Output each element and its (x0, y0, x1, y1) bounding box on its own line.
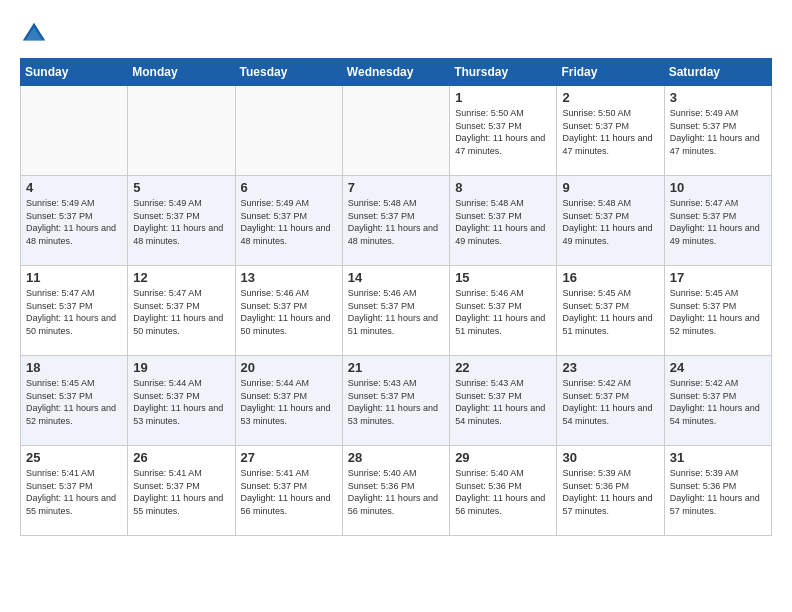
day-number: 12 (133, 270, 229, 285)
day-number: 17 (670, 270, 766, 285)
logo (20, 20, 52, 48)
calendar-header-row: SundayMondayTuesdayWednesdayThursdayFrid… (21, 59, 772, 86)
day-number: 6 (241, 180, 337, 195)
day-info: Sunrise: 5:49 AMSunset: 5:37 PMDaylight:… (241, 197, 337, 247)
calendar-week-5: 25 Sunrise: 5:41 AMSunset: 5:37 PMDaylig… (21, 446, 772, 536)
calendar-table: SundayMondayTuesdayWednesdayThursdayFrid… (20, 58, 772, 536)
calendar-cell (342, 86, 449, 176)
day-number: 2 (562, 90, 658, 105)
day-info: Sunrise: 5:45 AMSunset: 5:37 PMDaylight:… (670, 287, 766, 337)
day-number: 11 (26, 270, 122, 285)
day-info: Sunrise: 5:47 AMSunset: 5:37 PMDaylight:… (133, 287, 229, 337)
day-number: 16 (562, 270, 658, 285)
day-info: Sunrise: 5:45 AMSunset: 5:37 PMDaylight:… (562, 287, 658, 337)
calendar-cell: 30 Sunrise: 5:39 AMSunset: 5:36 PMDaylig… (557, 446, 664, 536)
calendar-cell: 16 Sunrise: 5:45 AMSunset: 5:37 PMDaylig… (557, 266, 664, 356)
day-number: 19 (133, 360, 229, 375)
day-number: 5 (133, 180, 229, 195)
day-number: 20 (241, 360, 337, 375)
calendar-body: 1 Sunrise: 5:50 AMSunset: 5:37 PMDayligh… (21, 86, 772, 536)
calendar-cell: 23 Sunrise: 5:42 AMSunset: 5:37 PMDaylig… (557, 356, 664, 446)
calendar-cell: 4 Sunrise: 5:49 AMSunset: 5:37 PMDayligh… (21, 176, 128, 266)
calendar-cell (128, 86, 235, 176)
weekday-header-friday: Friday (557, 59, 664, 86)
calendar-cell: 6 Sunrise: 5:49 AMSunset: 5:37 PMDayligh… (235, 176, 342, 266)
day-info: Sunrise: 5:46 AMSunset: 5:37 PMDaylight:… (348, 287, 444, 337)
day-info: Sunrise: 5:48 AMSunset: 5:37 PMDaylight:… (348, 197, 444, 247)
weekday-header-thursday: Thursday (450, 59, 557, 86)
day-info: Sunrise: 5:48 AMSunset: 5:37 PMDaylight:… (562, 197, 658, 247)
calendar-cell: 8 Sunrise: 5:48 AMSunset: 5:37 PMDayligh… (450, 176, 557, 266)
calendar-week-3: 11 Sunrise: 5:47 AMSunset: 5:37 PMDaylig… (21, 266, 772, 356)
day-info: Sunrise: 5:39 AMSunset: 5:36 PMDaylight:… (562, 467, 658, 517)
day-info: Sunrise: 5:39 AMSunset: 5:36 PMDaylight:… (670, 467, 766, 517)
calendar-cell: 10 Sunrise: 5:47 AMSunset: 5:37 PMDaylig… (664, 176, 771, 266)
calendar-cell: 9 Sunrise: 5:48 AMSunset: 5:37 PMDayligh… (557, 176, 664, 266)
day-number: 15 (455, 270, 551, 285)
logo-icon (20, 20, 48, 48)
day-number: 18 (26, 360, 122, 375)
day-info: Sunrise: 5:44 AMSunset: 5:37 PMDaylight:… (241, 377, 337, 427)
day-info: Sunrise: 5:46 AMSunset: 5:37 PMDaylight:… (241, 287, 337, 337)
calendar-cell: 11 Sunrise: 5:47 AMSunset: 5:37 PMDaylig… (21, 266, 128, 356)
weekday-header-tuesday: Tuesday (235, 59, 342, 86)
calendar-cell: 1 Sunrise: 5:50 AMSunset: 5:37 PMDayligh… (450, 86, 557, 176)
calendar-cell: 3 Sunrise: 5:49 AMSunset: 5:37 PMDayligh… (664, 86, 771, 176)
day-info: Sunrise: 5:41 AMSunset: 5:37 PMDaylight:… (26, 467, 122, 517)
day-number: 3 (670, 90, 766, 105)
weekday-header-wednesday: Wednesday (342, 59, 449, 86)
calendar-cell: 20 Sunrise: 5:44 AMSunset: 5:37 PMDaylig… (235, 356, 342, 446)
day-info: Sunrise: 5:41 AMSunset: 5:37 PMDaylight:… (241, 467, 337, 517)
weekday-header-saturday: Saturday (664, 59, 771, 86)
calendar-cell: 18 Sunrise: 5:45 AMSunset: 5:37 PMDaylig… (21, 356, 128, 446)
day-info: Sunrise: 5:42 AMSunset: 5:37 PMDaylight:… (670, 377, 766, 427)
day-info: Sunrise: 5:47 AMSunset: 5:37 PMDaylight:… (670, 197, 766, 247)
calendar-cell: 19 Sunrise: 5:44 AMSunset: 5:37 PMDaylig… (128, 356, 235, 446)
day-info: Sunrise: 5:43 AMSunset: 5:37 PMDaylight:… (455, 377, 551, 427)
calendar-week-4: 18 Sunrise: 5:45 AMSunset: 5:37 PMDaylig… (21, 356, 772, 446)
calendar-cell: 24 Sunrise: 5:42 AMSunset: 5:37 PMDaylig… (664, 356, 771, 446)
day-number: 9 (562, 180, 658, 195)
day-number: 26 (133, 450, 229, 465)
day-info: Sunrise: 5:44 AMSunset: 5:37 PMDaylight:… (133, 377, 229, 427)
calendar-cell (235, 86, 342, 176)
calendar-cell: 26 Sunrise: 5:41 AMSunset: 5:37 PMDaylig… (128, 446, 235, 536)
day-info: Sunrise: 5:49 AMSunset: 5:37 PMDaylight:… (670, 107, 766, 157)
day-number: 10 (670, 180, 766, 195)
calendar-cell: 21 Sunrise: 5:43 AMSunset: 5:37 PMDaylig… (342, 356, 449, 446)
day-number: 1 (455, 90, 551, 105)
day-number: 27 (241, 450, 337, 465)
day-info: Sunrise: 5:42 AMSunset: 5:37 PMDaylight:… (562, 377, 658, 427)
page-header (20, 20, 772, 48)
calendar-cell: 25 Sunrise: 5:41 AMSunset: 5:37 PMDaylig… (21, 446, 128, 536)
weekday-header-sunday: Sunday (21, 59, 128, 86)
day-info: Sunrise: 5:46 AMSunset: 5:37 PMDaylight:… (455, 287, 551, 337)
calendar-cell: 2 Sunrise: 5:50 AMSunset: 5:37 PMDayligh… (557, 86, 664, 176)
calendar-week-1: 1 Sunrise: 5:50 AMSunset: 5:37 PMDayligh… (21, 86, 772, 176)
calendar-cell: 5 Sunrise: 5:49 AMSunset: 5:37 PMDayligh… (128, 176, 235, 266)
calendar-cell: 13 Sunrise: 5:46 AMSunset: 5:37 PMDaylig… (235, 266, 342, 356)
calendar-cell: 31 Sunrise: 5:39 AMSunset: 5:36 PMDaylig… (664, 446, 771, 536)
calendar-cell: 17 Sunrise: 5:45 AMSunset: 5:37 PMDaylig… (664, 266, 771, 356)
day-number: 21 (348, 360, 444, 375)
weekday-header-monday: Monday (128, 59, 235, 86)
day-info: Sunrise: 5:40 AMSunset: 5:36 PMDaylight:… (348, 467, 444, 517)
calendar-cell: 15 Sunrise: 5:46 AMSunset: 5:37 PMDaylig… (450, 266, 557, 356)
day-number: 8 (455, 180, 551, 195)
day-info: Sunrise: 5:43 AMSunset: 5:37 PMDaylight:… (348, 377, 444, 427)
day-info: Sunrise: 5:48 AMSunset: 5:37 PMDaylight:… (455, 197, 551, 247)
calendar-cell: 27 Sunrise: 5:41 AMSunset: 5:37 PMDaylig… (235, 446, 342, 536)
day-info: Sunrise: 5:50 AMSunset: 5:37 PMDaylight:… (455, 107, 551, 157)
day-number: 4 (26, 180, 122, 195)
day-info: Sunrise: 5:49 AMSunset: 5:37 PMDaylight:… (133, 197, 229, 247)
day-number: 14 (348, 270, 444, 285)
day-info: Sunrise: 5:49 AMSunset: 5:37 PMDaylight:… (26, 197, 122, 247)
day-number: 31 (670, 450, 766, 465)
day-info: Sunrise: 5:47 AMSunset: 5:37 PMDaylight:… (26, 287, 122, 337)
day-number: 7 (348, 180, 444, 195)
day-number: 23 (562, 360, 658, 375)
day-info: Sunrise: 5:45 AMSunset: 5:37 PMDaylight:… (26, 377, 122, 427)
calendar-cell: 22 Sunrise: 5:43 AMSunset: 5:37 PMDaylig… (450, 356, 557, 446)
day-number: 28 (348, 450, 444, 465)
day-number: 29 (455, 450, 551, 465)
